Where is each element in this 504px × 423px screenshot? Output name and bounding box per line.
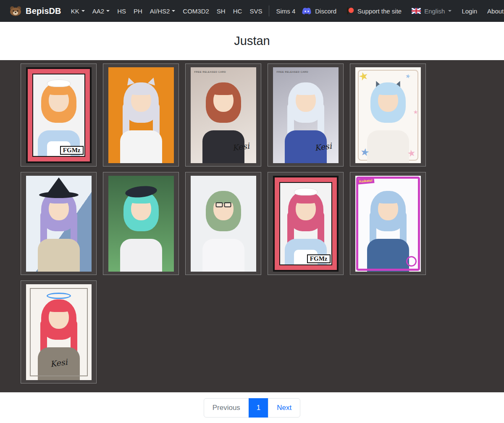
star-icon: ★ bbox=[405, 73, 411, 79]
halo-icon bbox=[47, 293, 71, 299]
card-image bbox=[108, 176, 174, 272]
card-image bbox=[108, 67, 174, 163]
nav-item-svs[interactable]: SVS bbox=[246, 4, 266, 18]
login-link[interactable]: Login bbox=[459, 4, 480, 18]
nav-item-sh[interactable]: SH bbox=[213, 4, 229, 18]
about-link[interactable]: About bbox=[484, 4, 504, 18]
koikatu-frame-label: Koikatu! bbox=[357, 177, 374, 184]
brand-link[interactable]: BepisDB bbox=[9, 6, 61, 16]
portrait-torso bbox=[38, 239, 80, 272]
navbar: BepisDB KK AA2 HS PH AI/HS2 COM3D2 SH HC bbox=[0, 0, 504, 22]
nav-item-label: SVS bbox=[249, 8, 262, 15]
brand-label: BepisDB bbox=[26, 6, 61, 16]
portrait-bangs bbox=[47, 87, 70, 95]
card-thumbnail-6[interactable] bbox=[21, 172, 97, 275]
card-image: FREE RELEASED CARD Kesi bbox=[273, 67, 339, 163]
footer: Previous 1 Next bbox=[0, 392, 504, 423]
page-header: Justan bbox=[0, 22, 504, 60]
portrait-bangs bbox=[47, 304, 70, 312]
maid-headband bbox=[47, 79, 71, 87]
navbar-right: Discord Support the site English bbox=[299, 4, 504, 18]
uk-flag-icon bbox=[412, 8, 421, 14]
portrait-bangs bbox=[294, 195, 317, 204]
fgmz-badge: FGMz bbox=[307, 254, 331, 263]
card-image bbox=[26, 176, 92, 272]
nav-item-hs[interactable]: HS bbox=[113, 4, 130, 18]
card-grid: FGMz F bbox=[21, 63, 432, 383]
portrait-bangs bbox=[377, 87, 399, 95]
about-label: About bbox=[487, 8, 504, 15]
free-card-text: FREE RELEASED CARD bbox=[194, 71, 226, 73]
card-thumbnail-7[interactable] bbox=[103, 172, 179, 275]
nav-item-com3d2[interactable]: COM3D2 bbox=[179, 4, 213, 18]
glasses-lens bbox=[215, 202, 223, 207]
portrait-bangs bbox=[130, 87, 152, 95]
discord-link[interactable]: Discord bbox=[299, 4, 339, 18]
caret-down-icon bbox=[172, 10, 175, 12]
pagination-previous[interactable]: Previous bbox=[204, 398, 249, 418]
caret-down-icon bbox=[106, 10, 110, 12]
nav-item-ph[interactable]: PH bbox=[130, 4, 146, 18]
card-image: Koikatu! bbox=[355, 176, 421, 272]
card-image: Kesi bbox=[26, 284, 92, 380]
nav-item-label: AI/HS2 bbox=[150, 8, 170, 15]
card-thumbnail-2[interactable] bbox=[103, 63, 179, 167]
nav-item-label: SH bbox=[217, 8, 226, 15]
portrait-bangs bbox=[212, 87, 235, 95]
card-thumbnail-1[interactable]: FGMz bbox=[21, 63, 97, 167]
star-icon: ★ bbox=[413, 109, 418, 115]
witch-hat-icon bbox=[48, 177, 70, 193]
bepisdb-logo-icon bbox=[9, 6, 22, 16]
support-label: Support the site bbox=[357, 8, 402, 15]
portrait-torso bbox=[120, 130, 162, 163]
nav-item-aa2[interactable]: AA2 bbox=[89, 4, 113, 18]
fgmz-badge: FGMz bbox=[60, 146, 84, 155]
nav-item-sims4[interactable]: Sims 4 bbox=[272, 4, 299, 18]
nav-divider bbox=[269, 5, 269, 16]
portrait-torso bbox=[202, 239, 244, 272]
card-image: ★ ★ ★ ★ ★ bbox=[355, 67, 421, 163]
free-card-text: FREE RELEASED CARD bbox=[277, 71, 309, 73]
content-area: FGMz F bbox=[0, 60, 504, 392]
discord-label: Discord bbox=[315, 8, 336, 15]
maid-headband bbox=[294, 188, 318, 196]
witch-hat-icon bbox=[39, 192, 79, 198]
patreon-icon bbox=[346, 7, 354, 15]
nav-item-kk[interactable]: KK bbox=[67, 4, 89, 18]
nav-item-label: AA2 bbox=[92, 8, 104, 15]
pagination-page-1[interactable]: 1 bbox=[249, 398, 268, 418]
login-label: Login bbox=[462, 8, 477, 15]
card-image: FGMz bbox=[26, 67, 92, 163]
star-icon: ★ bbox=[407, 148, 416, 159]
nav-item-label: PH bbox=[134, 8, 142, 15]
page-title: Justan bbox=[234, 34, 270, 48]
card-thumbnail-4[interactable]: FREE RELEASED CARD Kesi bbox=[268, 63, 344, 167]
card-thumbnail-5[interactable]: ★ ★ ★ ★ ★ bbox=[350, 63, 426, 167]
language-label: English bbox=[424, 8, 445, 15]
nav-item-hc[interactable]: HC bbox=[229, 4, 246, 18]
glasses-icon bbox=[215, 202, 231, 207]
discord-icon bbox=[302, 8, 312, 15]
nav-item-label: Sims 4 bbox=[276, 8, 295, 15]
star-icon: ★ bbox=[360, 146, 370, 158]
nav-item-label: HC bbox=[233, 8, 242, 15]
card-thumbnail-11[interactable]: Kesi bbox=[21, 280, 97, 383]
card-thumbnail-9[interactable]: FGMz bbox=[268, 172, 344, 275]
card-thumbnail-3[interactable]: FREE RELEASED CARD Kesi bbox=[185, 63, 261, 167]
portrait-bangs bbox=[377, 195, 399, 204]
card-thumbnail-8[interactable] bbox=[185, 172, 261, 275]
portrait-torso bbox=[367, 239, 409, 272]
caret-down-icon bbox=[448, 10, 452, 12]
pagination-next[interactable]: Next bbox=[268, 398, 300, 418]
card-image bbox=[191, 176, 256, 272]
card-thumbnail-10[interactable]: Koikatu! bbox=[350, 172, 426, 275]
language-selector[interactable]: English bbox=[409, 4, 454, 18]
card-image: FREE RELEASED CARD Kesi bbox=[191, 67, 256, 163]
portrait-bangs bbox=[294, 87, 317, 95]
glasses-lens bbox=[224, 202, 231, 207]
nav-item-aihs2[interactable]: AI/HS2 bbox=[146, 4, 179, 18]
portrait-torso bbox=[367, 130, 409, 163]
portrait-torso bbox=[120, 239, 162, 272]
support-link[interactable]: Support the site bbox=[344, 4, 404, 18]
card-image: FGMz bbox=[273, 176, 339, 272]
